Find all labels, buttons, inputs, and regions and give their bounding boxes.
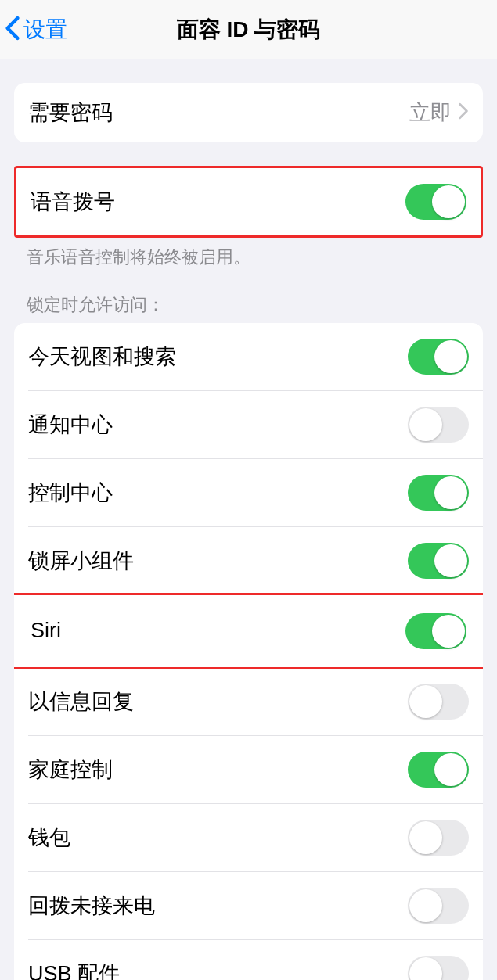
lock-access-item-label: 控制中心 bbox=[28, 479, 113, 507]
lock-access-row: 钱包 bbox=[14, 804, 483, 871]
lock-access-item-label: 锁屏小组件 bbox=[28, 547, 134, 575]
lock-access-item-label: 以信息回复 bbox=[28, 687, 134, 716]
voice-dial-row: 语音拨号 bbox=[16, 168, 481, 235]
lock-access-row: 回拨未接来电 bbox=[14, 872, 483, 939]
lock-access-row: 今天视图和搜索 bbox=[14, 323, 483, 390]
chevron-right-icon bbox=[458, 102, 469, 123]
lock-access-row: Siri bbox=[14, 593, 483, 669]
require-passcode-value: 立即 bbox=[409, 99, 452, 127]
lock-access-item-toggle[interactable] bbox=[408, 752, 469, 788]
lock-access-item-toggle[interactable] bbox=[408, 543, 469, 579]
lock-access-row: 家庭控制 bbox=[14, 736, 483, 803]
lock-access-row: 以信息回复 bbox=[14, 668, 483, 735]
lock-access-group: 今天视图和搜索通知中心控制中心锁屏小组件Siri以信息回复家庭控制钱包回拨未接来… bbox=[14, 323, 483, 980]
require-passcode-group: 需要密码 立即 bbox=[14, 83, 483, 142]
lock-access-item-toggle[interactable] bbox=[408, 339, 469, 375]
lock-access-item-label: 家庭控制 bbox=[28, 756, 113, 784]
lock-access-item-toggle[interactable] bbox=[405, 613, 466, 649]
lock-access-row: 通知中心 bbox=[14, 391, 483, 458]
lock-access-row: USB 配件 bbox=[14, 940, 483, 980]
lock-access-item-label: 通知中心 bbox=[28, 411, 113, 439]
lock-access-item-toggle[interactable] bbox=[408, 684, 469, 720]
lock-access-item-label: USB 配件 bbox=[28, 960, 120, 980]
require-passcode-label: 需要密码 bbox=[28, 99, 113, 127]
voice-dial-label: 语音拨号 bbox=[31, 188, 115, 216]
lock-access-row: 控制中心 bbox=[14, 459, 483, 526]
lock-access-header: 锁定时允许访问： bbox=[0, 270, 497, 323]
voice-dial-footer: 音乐语音控制将始终被启用。 bbox=[0, 238, 497, 270]
navigation-bar: 设置 面容 ID 与密码 bbox=[0, 0, 497, 59]
require-passcode-row[interactable]: 需要密码 立即 bbox=[14, 83, 483, 142]
lock-access-item-label: 钱包 bbox=[28, 824, 70, 852]
lock-access-item-toggle[interactable] bbox=[408, 956, 469, 980]
lock-access-item-label: 今天视图和搜索 bbox=[28, 343, 176, 371]
lock-access-item-toggle[interactable] bbox=[408, 820, 469, 856]
lock-access-item-label: Siri bbox=[31, 619, 61, 643]
lock-access-row: 锁屏小组件 bbox=[14, 527, 483, 594]
lock-access-item-label: 回拨未接来电 bbox=[28, 892, 155, 920]
back-button[interactable]: 设置 bbox=[0, 15, 75, 45]
lock-access-item-toggle[interactable] bbox=[408, 407, 469, 443]
chevron-left-icon bbox=[5, 16, 20, 44]
voice-dial-toggle[interactable] bbox=[405, 184, 466, 220]
lock-access-item-toggle[interactable] bbox=[408, 475, 469, 511]
lock-access-item-toggle[interactable] bbox=[408, 888, 469, 924]
page-title: 面容 ID 与密码 bbox=[177, 15, 321, 45]
voice-dial-group: 语音拨号 bbox=[14, 166, 483, 238]
back-label: 设置 bbox=[23, 15, 67, 45]
